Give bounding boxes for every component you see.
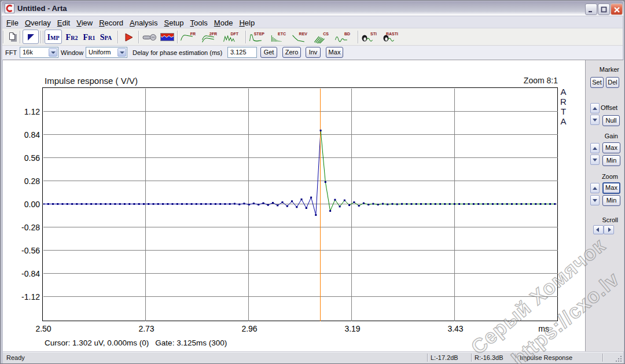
delay-label: Delay for phase estimation (ms)	[133, 49, 222, 56]
microphone-icon	[142, 31, 157, 43]
offset-down-button[interactable]	[590, 115, 600, 125]
settings-toolbar: FFT 16k Window Uniform Delay for phase e…	[2, 46, 623, 60]
analysis-fr-button[interactable]: FR	[179, 30, 198, 44]
gain-up-button[interactable]	[590, 143, 600, 153]
analysis-etc-button[interactable]: ETC	[270, 30, 289, 44]
delay-input[interactable]: 3.125	[227, 47, 257, 58]
zoom-max-button[interactable]: Max	[602, 182, 620, 194]
toolbar-separator	[41, 31, 42, 43]
menu-mode[interactable]: Mode	[214, 19, 233, 27]
svg-text:2FR: 2FR	[209, 32, 217, 36]
menu-analysis[interactable]: Analysis	[130, 19, 157, 27]
inv-button[interactable]: Inv	[306, 47, 321, 58]
svg-text:REV: REV	[299, 32, 308, 36]
minimize-button[interactable]	[585, 3, 597, 15]
window-label: Window	[61, 49, 83, 56]
gain-min-button[interactable]: Min	[602, 155, 620, 166]
analysis-step-button[interactable]: STEP	[248, 30, 267, 44]
fr2-mode-button[interactable]: FR2	[63, 30, 80, 44]
marker-set-button[interactable]: Set	[590, 77, 604, 88]
close-button[interactable]	[611, 3, 623, 15]
window-value: Uniform	[89, 49, 111, 56]
fr1-mode-button[interactable]: FR1	[80, 30, 98, 44]
analysis-step-icon: STEP	[249, 31, 267, 43]
offset-up-button[interactable]	[590, 103, 600, 113]
svg-text:DFT: DFT	[230, 32, 238, 36]
y-tick-label: -1.12	[14, 292, 40, 302]
impulse-post-gate-line	[321, 131, 555, 211]
zoom-ratio-label: Zoom 8:1	[500, 76, 558, 85]
analysis-rev-button[interactable]: REV	[291, 30, 310, 44]
zero-button[interactable]: Zero	[282, 47, 301, 58]
signal-generator-icon	[26, 32, 35, 42]
fft-dropdown-icon[interactable]	[49, 48, 57, 57]
maximize-button[interactable]	[598, 3, 610, 15]
analysis-rasti-button[interactable]: RASTI	[382, 30, 401, 44]
zoom-up-button[interactable]	[590, 183, 600, 193]
zoom-min-button[interactable]: Min	[602, 195, 620, 206]
new-file-button[interactable]	[5, 30, 20, 44]
analysis-sti-button[interactable]: STI	[361, 30, 380, 44]
menu-setup[interactable]: Setup	[164, 19, 183, 27]
cursor-readout: Cursor: 1.302 uV, 0.000ms (0)	[45, 339, 149, 347]
menu-overlay[interactable]: Overlay	[25, 19, 51, 27]
marker-del-button[interactable]: Del	[606, 77, 619, 88]
record-play-button[interactable]	[121, 30, 136, 44]
analysis-rev-icon: REV	[292, 31, 310, 43]
scroll-right-button[interactable]	[604, 225, 614, 234]
y-tick-label: -0.84	[14, 269, 40, 278]
analysis-cs-button[interactable]: CS	[312, 30, 332, 44]
fft-label: FFT	[5, 49, 17, 56]
analysis-bd-icon: BD	[334, 31, 352, 43]
zoom-down-button[interactable]	[590, 195, 600, 205]
menu-record[interactable]: Record	[99, 19, 123, 27]
y-tick-label: 0.84	[14, 130, 40, 139]
y-tick-label: -0.56	[14, 246, 40, 255]
toolbar-separator	[177, 31, 178, 43]
fft-value: 16k	[23, 49, 33, 56]
window-combo[interactable]: Uniform	[86, 47, 127, 58]
level-meter-button[interactable]	[159, 30, 175, 44]
delay-value: 3.125	[230, 49, 247, 56]
max-button[interactable]: Max	[326, 47, 343, 58]
analysis-2fr-icon: 2FR	[201, 31, 219, 43]
menu-file[interactable]: File	[6, 19, 19, 27]
status-ready: Ready	[6, 354, 25, 361]
analysis-cs-icon: CS	[313, 31, 331, 43]
spa-mode-button-label: SPA	[100, 32, 112, 42]
get-button[interactable]: Get	[260, 47, 277, 58]
x-tick-label: 2.73	[132, 324, 161, 333]
menu-help[interactable]: Help	[239, 19, 255, 27]
menu-tools[interactable]: Tools	[190, 19, 207, 27]
imp-mode-button[interactable]: IMP	[45, 30, 62, 44]
spa-mode-button[interactable]: SPA	[98, 30, 114, 44]
resize-grip[interactable]	[614, 354, 622, 362]
play-icon	[123, 32, 134, 42]
audio-devices-button[interactable]	[141, 30, 157, 44]
toolbar-separator	[3, 31, 4, 43]
window-title: Untitled - Arta	[17, 4, 67, 13]
menu-edit[interactable]: Edit	[57, 19, 70, 27]
menu-view[interactable]: View	[76, 19, 93, 27]
fft-combo[interactable]: 16k	[20, 47, 58, 58]
title-bar[interactable]: Untitled - Arta	[2, 1, 623, 16]
impulse-pre-gate-line	[43, 131, 321, 215]
analysis-2fr-button[interactable]: 2FR	[201, 30, 220, 44]
gain-down-button[interactable]	[590, 155, 600, 165]
gain-max-button[interactable]: Max	[602, 142, 620, 153]
analysis-fr-icon: FR	[180, 31, 198, 43]
impulse-chart	[43, 89, 558, 321]
analysis-dft-button[interactable]: DFT	[222, 30, 241, 44]
app-icon	[5, 3, 14, 13]
analysis-bd-button[interactable]: BD	[334, 30, 353, 44]
level-meter-icon	[160, 31, 175, 43]
toolbar-separator	[117, 31, 119, 43]
x-tick-label: 2.50	[29, 324, 58, 333]
offset-null-button[interactable]: Null	[602, 115, 620, 126]
y-tick-label: 0.00	[14, 200, 40, 209]
gain-label: Gain	[589, 133, 618, 139]
status-divider	[427, 354, 428, 362]
analysis-etc-icon: ETC	[270, 31, 288, 43]
window-dropdown-icon[interactable]	[117, 48, 126, 57]
signal-generator-button[interactable]	[23, 30, 39, 44]
